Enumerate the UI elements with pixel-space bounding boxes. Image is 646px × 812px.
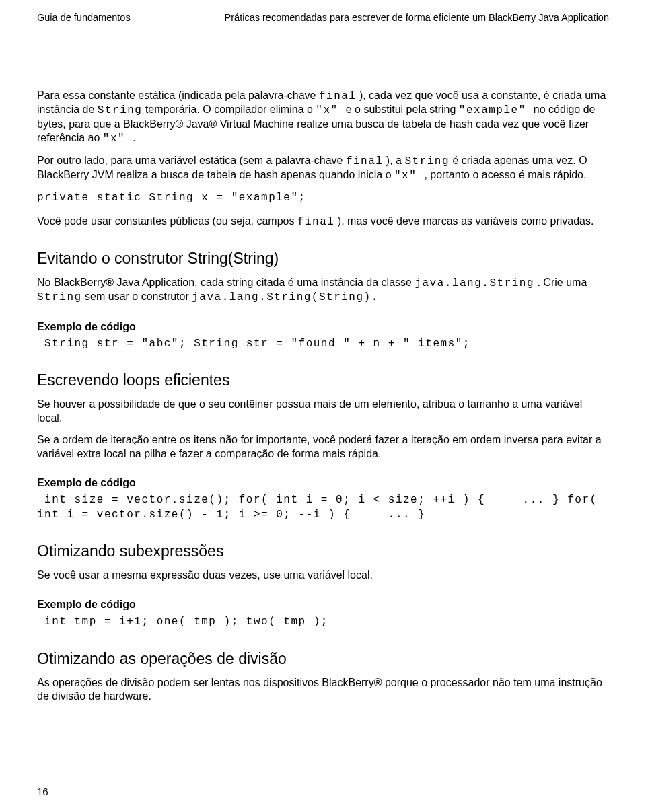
text: Você pode usar constantes públicas (ou s… xyxy=(37,215,297,227)
code-inline: "x" xyxy=(316,104,345,116)
example-label: Exemplo de código xyxy=(37,477,609,489)
text: temporária. O compilador elimina o xyxy=(142,104,316,115)
example-label: Exemplo de código xyxy=(37,599,609,611)
code-inline: java.lang.String(String). xyxy=(192,291,379,303)
text: . Crie uma xyxy=(534,276,587,288)
section-title-string-constructor: Evitando o construtor String(String) xyxy=(37,250,609,268)
intro-paragraph-2: Por outro lado, para uma variável estáti… xyxy=(37,154,609,183)
text: . xyxy=(133,132,135,143)
code-inline: java.lang.String xyxy=(415,277,534,289)
section-title-subexpressions: Otimizando subexpressões xyxy=(37,542,609,560)
text: ), mas você deve marcas as variáveis com… xyxy=(334,215,594,227)
intro-paragraph-3: Você pode usar constantes públicas (ou s… xyxy=(37,215,609,229)
code-inline: final xyxy=(319,90,357,102)
code-inline: String xyxy=(98,104,143,116)
text: sem usar o construtor xyxy=(82,291,192,302)
sec2-paragraph-1: Se houver a possibilidade de que o seu c… xyxy=(37,398,609,425)
sec4-paragraph: As operações de divisão podem ser lentas… xyxy=(37,676,609,704)
intro-paragraph-1: Para essa constante estática (indicada p… xyxy=(37,89,609,146)
code-inline: "x" xyxy=(394,170,424,182)
code-inline: "x" xyxy=(103,133,133,145)
code-inline: final xyxy=(297,216,335,228)
header-right: Práticas recomendadas para escrever de f… xyxy=(225,12,609,23)
code-inline: "example" xyxy=(459,104,534,116)
code-block-loops-example: int size = vector.size(); for( int i = 0… xyxy=(37,493,609,522)
code-inline: final xyxy=(346,155,384,168)
text: e o substitui pela string xyxy=(346,104,459,115)
code-block-static-string: private static String x = "example"; xyxy=(37,191,609,206)
text: Para essa constante estática (indicada p… xyxy=(37,89,319,101)
code-inline: String xyxy=(404,155,450,168)
code-inline: String xyxy=(37,291,82,303)
code-block-string-example: String str = "abc"; String str = "found … xyxy=(37,337,609,352)
text: Por outro lado, para uma variável estáti… xyxy=(37,155,346,166)
text: , portanto o acesso é mais rápido. xyxy=(424,169,586,180)
page-header: Guia de fundamentos Práticas recomendada… xyxy=(37,12,609,23)
header-left: Guia de fundamentos xyxy=(37,12,131,23)
section-title-loops: Escrevendo loops eficientes xyxy=(37,371,609,390)
code-block-subexpr-example: int tmp = i+1; one( tmp ); two( tmp ); xyxy=(37,615,609,630)
example-label: Exemplo de código xyxy=(37,321,609,333)
section-title-division: Otimizando as operações de divisão xyxy=(37,650,609,668)
text: ), a xyxy=(383,155,404,166)
sec2-paragraph-2: Se a ordem de iteração entre os itens nã… xyxy=(37,433,609,461)
sec3-paragraph: Se você usar a mesma expressão duas veze… xyxy=(37,568,609,582)
sec1-paragraph: No BlackBerry® Java Application, cada st… xyxy=(37,276,609,305)
text: No BlackBerry® Java Application, cada st… xyxy=(37,276,415,288)
page-body: Para essa constante estática (indicada p… xyxy=(37,89,609,703)
page-number: 16 xyxy=(37,786,48,797)
